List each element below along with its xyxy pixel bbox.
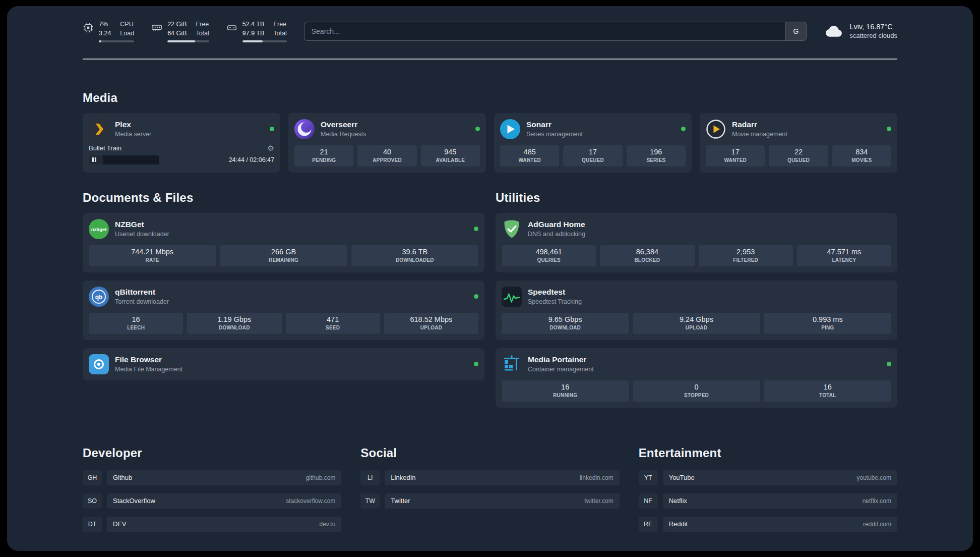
stat-wanted: 485 WANTED — [500, 145, 559, 166]
qbittorrent-icon: qb — [89, 287, 109, 307]
stat-downloaded: 39.6 TB DOWNLOADED — [351, 245, 478, 266]
app-name: Speedtest — [528, 288, 582, 297]
pause-icon[interactable] — [92, 157, 96, 162]
bookmark-linkedin[interactable]: LI LinkedIn linkedin.com — [360, 470, 619, 485]
stat-value: 0.993 ms — [766, 315, 889, 323]
bookmarks-social: Social LI LinkedIn linkedin.com TW Twitt… — [360, 446, 619, 532]
stat-value: 9.65 Gbps — [504, 315, 627, 323]
stat-value: 47.571 ms — [799, 248, 889, 256]
stat-label: WANTED — [502, 157, 557, 163]
filebrowser-card[interactable]: File Browser Media File Management — [83, 348, 484, 380]
dashboard-page: 7% 3.24 CPU Load — [7, 6, 973, 551]
search-input[interactable] — [304, 22, 785, 40]
app-name: File Browser — [115, 355, 182, 364]
memory-total-value: 64 GiB — [167, 29, 187, 37]
stat-label: UPLOAD — [386, 325, 476, 330]
bookmark-netflix[interactable]: NF Netflix netflix.com — [639, 493, 897, 509]
bookmark-name: LinkedIn — [391, 474, 415, 481]
stat-label: TOTAL — [766, 393, 889, 398]
sonarr-icon — [500, 119, 520, 139]
app-desc: Series management — [526, 131, 583, 138]
bookmark-twitter[interactable]: TW Twitter twitter.com — [360, 493, 619, 509]
bookmark-abbr: SO — [83, 493, 102, 509]
stat-label: BLOCKED — [602, 257, 692, 263]
media-section: Plex Media server Bullet Train ⚙ — [83, 113, 897, 173]
documents-section: Documents & Files nzbget NZBGet Usenet d… — [83, 191, 484, 380]
stat-label: RUNNING — [504, 393, 627, 398]
bookmark-url: linkedin.com — [580, 474, 614, 481]
plex-icon — [89, 119, 109, 139]
stat-value: 945 — [423, 148, 478, 156]
stat-value: 618.52 Mbps — [386, 315, 476, 323]
bookmark-url: dev.to — [320, 521, 336, 528]
utilities-section: Utilities AdGuard Home DNS and adblockin… — [496, 191, 897, 408]
app-desc: Movie management — [732, 131, 787, 138]
entertainment-section-title: Entertainment — [639, 446, 897, 460]
qbittorrent-card[interactable]: qb qBittorrent Torrent downloader 16 — [83, 281, 484, 340]
plex-now-playing: Bullet Train ⚙ 24:44 / 02:06:47 — [89, 144, 274, 164]
stat-value: 1.19 Gbps — [189, 315, 279, 323]
bookmark-url: youtube.com — [856, 474, 891, 481]
stat-download: 9.65 Gbps DOWNLOAD — [502, 313, 629, 334]
stat-value: 22 — [771, 148, 826, 156]
radarr-card[interactable]: Radarr Movie management 17 WANTED 22 QUE… — [700, 113, 897, 173]
stat-value: 9.24 Gbps — [635, 315, 758, 323]
stat-movies: 834 MOVIES — [832, 145, 891, 166]
playback-progress-bar[interactable] — [89, 155, 159, 164]
topbar: 7% 3.24 CPU Load — [83, 20, 897, 42]
bookmark-github[interactable]: GH Github github.com — [83, 470, 341, 485]
stat-value: 266 GB — [222, 248, 345, 256]
bookmarks-developer: Developer GH Github github.com SO StackO… — [83, 446, 341, 532]
stat-label: DOWNLOAD — [189, 325, 279, 330]
stat-upload: 9.24 Gbps UPLOAD — [633, 313, 760, 334]
stat-ping: 0.993 ms PING — [764, 313, 891, 334]
plex-card[interactable]: Plex Media server Bullet Train ⚙ — [83, 113, 280, 173]
stat-value: 17 — [565, 148, 620, 156]
portainer-card[interactable]: Media Portainer Container management 16 … — [496, 348, 897, 408]
stat-value: 834 — [834, 148, 889, 156]
stat-value: 498,461 — [504, 248, 594, 256]
stat-series: 196 SERIES — [627, 145, 686, 166]
bookmark-stackoverflow[interactable]: SO StackOverflow stackoverflow.com — [83, 493, 341, 509]
stat-label: UPLOAD — [635, 325, 758, 330]
stat-filtered: 2,953 FILTERED — [699, 245, 793, 266]
nzbget-icon: nzbget — [89, 219, 109, 239]
memory-free-value: 22 GiB — [167, 20, 187, 28]
stat-label: APPROVED — [359, 157, 414, 163]
stat-total: 16 TOTAL — [764, 380, 891, 402]
stat-available: 945 AVAILABLE — [421, 145, 480, 166]
disk-free-value: 52.4 TB — [242, 20, 265, 28]
cpu-load-label: Load — [120, 29, 134, 37]
overseerr-icon — [294, 119, 315, 139]
stat-label: LEECH — [91, 325, 181, 330]
status-dot — [474, 362, 478, 366]
sonarr-card[interactable]: Sonarr Series management 485 WANTED 17 Q… — [494, 113, 692, 173]
bookmark-youtube[interactable]: YT YouTube youtube.com — [639, 470, 897, 485]
stat-label: QUEUED — [565, 157, 620, 163]
speedtest-card[interactable]: Speedtest Speedtest Tracking 9.65 Gbps D… — [496, 281, 897, 340]
stat-stopped: 0 STOPPED — [633, 380, 760, 402]
status-dot — [887, 127, 891, 131]
stat-value: 86,384 — [602, 248, 692, 256]
stat-value: 17 — [708, 148, 763, 156]
overseerr-card[interactable]: Overseerr Media Requests 21 PENDING 40 A… — [288, 113, 486, 173]
adguard-icon — [502, 219, 522, 239]
stat-value: 196 — [629, 148, 684, 156]
nzbget-card[interactable]: nzbget NZBGet Usenet downloader 744.21 M… — [83, 213, 484, 272]
stat-download: 1.19 Gbps DOWNLOAD — [187, 313, 281, 334]
stat-approved: 40 APPROVED — [357, 145, 416, 166]
bookmark-url: github.com — [306, 474, 336, 481]
stat-queued: 17 QUEUED — [563, 145, 622, 166]
settings-icon[interactable]: ⚙ — [268, 144, 274, 152]
adguard-card[interactable]: AdGuard Home DNS and adblocking 498,461 … — [496, 213, 897, 272]
app-name: qBittorrent — [115, 288, 169, 297]
bookmark-url: reddit.com — [863, 521, 891, 528]
search-provider-button[interactable]: G — [785, 22, 806, 40]
stat-value: 485 — [502, 148, 557, 156]
stat-label: MOVIES — [834, 157, 889, 163]
radarr-icon — [706, 119, 726, 139]
bookmark-dev[interactable]: DT DEV dev.to — [83, 517, 341, 532]
bookmark-reddit[interactable]: RE Reddit reddit.com — [639, 517, 897, 532]
cpu-progress-bar — [99, 40, 134, 42]
app-desc: Media Requests — [321, 131, 366, 138]
